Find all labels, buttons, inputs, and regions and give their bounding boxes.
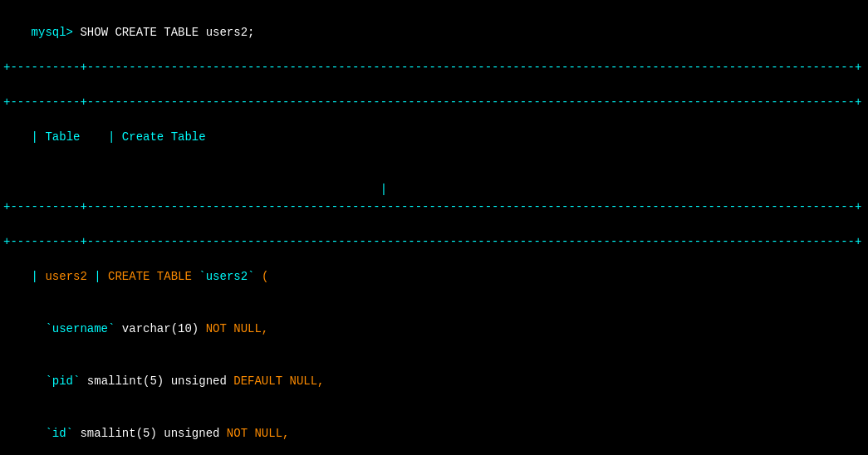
col-username: `username` varchar(10) NOT NULL, (0, 303, 868, 355)
col-id: `id` smallint(5) unsigned NOT NULL, (0, 408, 868, 455)
col-pid: `pid` smallint(5) unsigned DEFAULT NULL, (0, 355, 868, 408)
empty-line-2 (0, 164, 868, 181)
data-table-name: users2 (45, 270, 86, 283)
empty-line-3 (0, 216, 868, 233)
command-line: mysql> SHOW CREATE TABLE users2; (0, 7, 868, 59)
empty-line-1 (0, 76, 868, 94)
separator-line-2: +----------+----------------------------… (0, 94, 868, 111)
separator-line-1: +----------+----------------------------… (0, 59, 868, 76)
data-row-header: | users2 | CREATE TABLE `users2` ( (0, 251, 868, 303)
create-table-keyword: CREATE TABLE (108, 270, 199, 283)
terminal-window: mysql> SHOW CREATE TABLE users2; +------… (0, 0, 868, 455)
separator-pipe-mid: | (0, 181, 868, 198)
separator-line-3: +----------+----------------------------… (0, 198, 868, 216)
table-header-row: | Table | Create Table (0, 111, 868, 164)
sql-command: SHOW CREATE TABLE users2; (80, 26, 254, 39)
separator-line-4: +----------+----------------------------… (0, 233, 868, 251)
mysql-prompt: mysql> (32, 26, 81, 39)
header-create-table: Create Table (122, 130, 206, 144)
header-table: Table (45, 130, 80, 144)
